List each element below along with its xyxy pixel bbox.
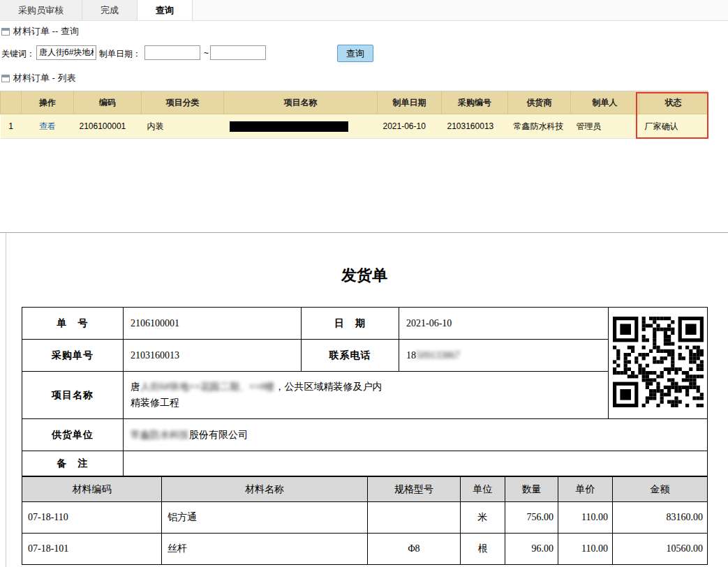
remark-label: 备 注 (22, 451, 124, 476)
material-col-qty: 数量 (505, 477, 558, 502)
delivery-note-panel: 发货单 单 号 2106100001 日 期 2021-06-10 采购单号 2… (6, 233, 728, 567)
delivery-note-title: 发货单 (22, 265, 707, 286)
column-header-date: 制单日期 (378, 91, 442, 114)
page: 采购员审核 完成 查询 材料订单 -- 查询 关键词： 制单日期： ~ 查询 材… (0, 0, 728, 567)
order-no-value: 2106100001 (124, 308, 302, 340)
tab-query[interactable]: 查询 (138, 0, 193, 20)
row-index: 1 (1, 114, 22, 139)
row-status: 厂家确认 (639, 114, 708, 139)
material-col-unit: 单位 (461, 477, 505, 502)
material-spec (368, 502, 461, 534)
list-header-row: 操作 编码 项目分类 项目名称 制单日期 采购编号 供货商 制单人 状态 (1, 91, 708, 114)
tab-bar: 采购员审核 完成 查询 (0, 0, 728, 21)
row-action-cell: 查看 (22, 114, 74, 139)
material-name: 铝方通 (162, 502, 368, 534)
remark-value (124, 451, 708, 476)
query-section-title: 材料订单 -- 查询 (13, 25, 79, 38)
column-header-project: 项目名称 (224, 91, 378, 114)
material-qty: 756.00 (505, 502, 558, 534)
material-row: 07-18-101 丝杆 Φ8 根 96.00 110.00 10560.00 (22, 534, 708, 565)
material-spec: Φ8 (368, 534, 461, 565)
material-code: 07-18-110 (22, 502, 162, 534)
row-date: 2021-06-10 (378, 114, 442, 139)
redacted-project-text: 人街6#块地××花园二期、××#楼 (140, 381, 275, 392)
phone-value: 18509133867 (399, 340, 609, 372)
column-header-purchase-no: 采购编号 (442, 91, 508, 114)
column-header-category: 项目分类 (142, 91, 224, 114)
qr-code-image (613, 317, 704, 407)
row-code: 2106100001 (74, 114, 142, 139)
row-purchase-no: 2103160013 (442, 114, 508, 139)
date-value: 2021-06-10 (399, 308, 609, 340)
supplier-value: 常鑫防水科技股份有限公司 (124, 419, 708, 451)
column-header-creator: 制单人 (571, 91, 639, 114)
material-price: 110.00 (558, 502, 613, 534)
project-name-line1: 唐人街6#块地××花园二期、××#楼，公共区域精装修及户内 (131, 379, 602, 395)
order-no-label: 单 号 (22, 308, 124, 340)
query-toolbar: 关键词： 制单日期： ~ 查询 (0, 43, 728, 64)
qr-code (609, 308, 708, 419)
project-name-label: 项目名称 (22, 372, 124, 419)
phone-visible-part: 18 (406, 350, 416, 361)
material-header-row: 材料编码 材料名称 规格型号 单位 数量 单价 金额 (22, 477, 708, 502)
order-list-table: 操作 编码 项目分类 项目名称 制单日期 采购编号 供货商 制单人 状态 1 查… (0, 91, 708, 139)
material-amount: 10560.00 (613, 534, 708, 565)
delivery-note-info-table: 单 号 2106100001 日 期 2021-06-10 采购单号 21031… (22, 307, 708, 476)
material-col-code: 材料编码 (22, 477, 162, 502)
project-name-value: 唐人街6#块地××花园二期、××#楼，公共区域精装修及户内 精装修工程 (124, 372, 609, 419)
purchase-no-label: 采购单号 (22, 340, 124, 372)
view-link[interactable]: 查看 (39, 121, 56, 131)
material-col-spec: 规格型号 (368, 477, 461, 502)
tab-complete[interactable]: 完成 (82, 0, 138, 20)
column-header-code: 编码 (74, 91, 142, 114)
tab-bar-filler (193, 0, 728, 20)
material-name: 丝杆 (162, 534, 368, 565)
date-field-label: 日 期 (302, 308, 399, 340)
material-amount: 83160.00 (613, 502, 708, 534)
date-range-separator: ~ (204, 48, 209, 58)
purchase-no-value: 2103160013 (124, 340, 302, 372)
supplier-visible-part: 股份有限公司 (189, 430, 248, 440)
material-row: 07-18-110 铝方通 米 756.00 110.00 83160.00 (22, 502, 708, 534)
redacted-project-name (230, 121, 348, 132)
material-table: 材料编码 材料名称 规格型号 单位 数量 单价 金额 07-18-110 铝方通… (22, 476, 708, 565)
row-category: 内装 (142, 114, 224, 139)
material-qty: 96.00 (505, 534, 558, 565)
column-header-status: 状态 (639, 91, 708, 114)
column-header-supplier: 供货商 (508, 91, 571, 114)
project-visible-start: 唐 (131, 381, 140, 392)
project-name-line2: 精装修工程 (131, 395, 602, 411)
material-col-amount: 金额 (613, 477, 708, 502)
project-visible-end: ，公共区域精装修及户内 (275, 381, 382, 392)
material-unit: 米 (461, 502, 505, 534)
redacted-phone: 509133867 (416, 350, 460, 361)
supplier-label: 供货单位 (22, 419, 124, 451)
redacted-supplier-text: 常鑫防水科技 (131, 430, 189, 440)
search-button[interactable]: 查询 (337, 45, 373, 62)
query-section-header: 材料订单 -- 查询 (1, 25, 79, 38)
keyword-label: 关键词： (1, 48, 35, 60)
row-creator: 管理员 (571, 114, 639, 139)
date-to-input[interactable] (210, 45, 266, 60)
column-header-action: 操作 (22, 91, 74, 114)
material-col-price: 单价 (558, 477, 613, 502)
tab-purchaser-review[interactable]: 采购员审核 (0, 0, 82, 20)
date-label: 制单日期： (99, 48, 141, 60)
form-icon (1, 75, 10, 82)
material-col-name: 材料名称 (162, 477, 368, 502)
phone-label: 联系电话 (302, 340, 399, 372)
row-supplier: 常鑫防水科技 (508, 114, 571, 139)
material-code: 07-18-101 (22, 534, 162, 565)
keyword-input[interactable] (36, 45, 96, 60)
row-project-cell (224, 114, 378, 139)
column-header-index (1, 91, 22, 114)
form-icon (1, 28, 10, 36)
material-price: 110.00 (558, 534, 613, 565)
date-from-input[interactable] (144, 45, 200, 60)
list-section-header: 材料订单 - 列表 (1, 72, 76, 84)
material-unit: 根 (461, 534, 505, 565)
table-row[interactable]: 1 查看 2106100001 内装 2021-06-10 2103160013… (1, 114, 708, 139)
list-section-title: 材料订单 - 列表 (13, 72, 76, 84)
